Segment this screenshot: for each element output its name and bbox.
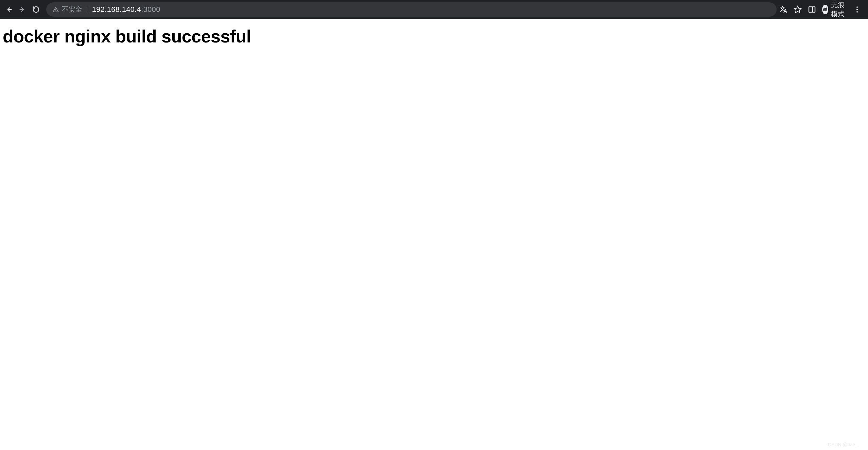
menu-button[interactable] — [853, 5, 861, 14]
star-icon — [794, 5, 802, 14]
profile-label: 无痕模式 — [831, 0, 847, 19]
browser-toolbar: 不安全 | 192.168.140.4:3000 — [0, 0, 868, 19]
svg-point-6 — [826, 9, 827, 11]
url-port: :3000 — [141, 5, 160, 14]
sidepanel-icon — [808, 5, 816, 14]
page-viewport: docker nginx build successful — [0, 19, 868, 54]
svg-marker-2 — [794, 6, 801, 13]
svg-point-10 — [856, 11, 858, 13]
nav-button-group — [4, 5, 41, 14]
page-heading: docker nginx build successful — [3, 26, 865, 47]
reload-icon — [32, 6, 40, 13]
address-bar[interactable]: 不安全 | 192.168.140.4:3000 — [46, 2, 777, 17]
browser-right-controls: 无痕模式 — [779, 0, 864, 19]
address-divider: | — [86, 6, 88, 13]
incognito-icon — [822, 6, 828, 13]
watermark: CSDN @Jae_ — [828, 442, 858, 447]
url-host: 192.168.140.4 — [92, 5, 141, 14]
reload-button[interactable] — [31, 5, 41, 14]
back-button[interactable] — [4, 5, 14, 14]
security-indicator[interactable]: 不安全 — [52, 5, 82, 14]
url-display: 192.168.140.4:3000 — [92, 5, 160, 14]
arrow-right-icon — [19, 6, 26, 13]
translate-button[interactable] — [779, 5, 787, 14]
security-label: 不安全 — [62, 5, 82, 14]
incognito-avatar — [822, 5, 828, 14]
warning-triangle-icon — [52, 6, 59, 13]
svg-point-9 — [856, 9, 858, 10]
dots-vertical-icon — [853, 5, 861, 14]
svg-rect-3 — [809, 7, 815, 12]
profile-badge[interactable]: 无痕模式 — [822, 0, 847, 19]
svg-point-8 — [856, 6, 858, 8]
forward-button[interactable] — [18, 5, 27, 14]
sidepanel-button[interactable] — [808, 5, 816, 14]
arrow-left-icon — [5, 6, 13, 13]
bookmark-button[interactable] — [794, 5, 802, 14]
translate-icon — [779, 5, 787, 14]
svg-point-5 — [823, 9, 825, 11]
